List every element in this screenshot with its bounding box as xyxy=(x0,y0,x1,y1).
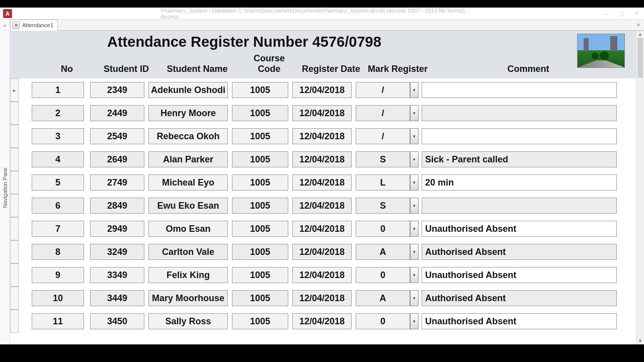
mark-dropdown-button[interactable]: ▾ xyxy=(410,174,419,191)
record-selector[interactable] xyxy=(10,310,19,333)
vertical-scrollbar[interactable]: ▲ ▼ xyxy=(636,31,644,344)
cell-register-date[interactable]: 12/04/2018 xyxy=(292,290,352,306)
cell-comment[interactable]: Authorised Absent xyxy=(422,244,617,260)
tab-attendance1[interactable]: ▦ Attendance1 xyxy=(10,20,58,31)
cell-student-id[interactable]: 3449 xyxy=(90,290,144,306)
cell-no[interactable]: 10 xyxy=(32,290,84,306)
cell-no[interactable]: 3 xyxy=(32,128,84,144)
cell-course-code[interactable]: 1005 xyxy=(232,198,288,214)
window-close-button[interactable]: ✕ xyxy=(629,10,644,17)
mark-dropdown-button[interactable]: ▾ xyxy=(410,128,419,144)
cell-student-id[interactable]: 3349 xyxy=(90,267,144,283)
cell-no[interactable]: 1 xyxy=(32,82,84,98)
cell-student-id[interactable]: 2849 xyxy=(90,198,144,214)
cell-course-code[interactable]: 1005 xyxy=(232,128,288,144)
cell-comment[interactable]: Unauthorised Absent xyxy=(422,221,617,237)
scroll-down-arrow-icon[interactable]: ▼ xyxy=(636,337,644,344)
cell-course-code[interactable]: 1005 xyxy=(232,174,288,191)
cell-course-code[interactable]: 1005 xyxy=(232,105,288,121)
navigation-shutter-button[interactable]: » xyxy=(0,20,10,31)
cell-course-code[interactable]: 1005 xyxy=(232,313,288,329)
cell-student-id[interactable]: 2949 xyxy=(90,221,144,237)
record-selector[interactable] xyxy=(10,263,19,287)
cell-mark-register[interactable]: 0 xyxy=(356,313,410,329)
cell-student-name[interactable]: Carlton Vale xyxy=(148,244,228,260)
cell-course-code[interactable]: 1005 xyxy=(232,82,288,98)
cell-comment[interactable] xyxy=(422,82,617,98)
cell-student-name[interactable]: Henry Moore xyxy=(148,105,228,121)
cell-register-date[interactable]: 12/04/2018 xyxy=(292,267,352,283)
cell-comment[interactable]: Authorised Absent xyxy=(422,290,617,306)
mark-dropdown-button[interactable]: ▾ xyxy=(410,198,419,214)
cell-student-name[interactable]: Felix King xyxy=(148,267,228,283)
cell-no[interactable]: 6 xyxy=(32,198,84,214)
record-selector[interactable] xyxy=(10,102,19,125)
cell-no[interactable]: 11 xyxy=(32,313,84,329)
cell-comment[interactable] xyxy=(422,105,617,121)
cell-student-name[interactable]: Micheal Eyo xyxy=(148,174,228,191)
cell-mark-register[interactable]: / xyxy=(356,105,410,121)
cell-comment[interactable] xyxy=(422,198,617,214)
mark-dropdown-button[interactable]: ▾ xyxy=(410,105,419,121)
cell-register-date[interactable]: 12/04/2018 xyxy=(292,313,352,329)
cell-student-id[interactable]: 2349 xyxy=(90,82,144,98)
record-selector[interactable]: ▸ xyxy=(10,78,19,102)
cell-mark-register[interactable]: A xyxy=(356,244,410,260)
record-selector[interactable] xyxy=(10,217,19,240)
cell-register-date[interactable]: 12/04/2018 xyxy=(292,198,352,214)
navigation-pane-collapsed[interactable]: Navigation Pane xyxy=(0,31,10,344)
scroll-thumb[interactable] xyxy=(637,38,643,78)
cell-course-code[interactable]: 1005 xyxy=(232,290,288,306)
cell-no[interactable]: 5 xyxy=(32,174,84,191)
record-selector[interactable] xyxy=(10,240,19,263)
window-restore-button[interactable]: ▢ xyxy=(614,10,629,17)
mark-dropdown-button[interactable]: ▾ xyxy=(410,244,419,260)
record-selector[interactable] xyxy=(10,287,19,310)
cell-comment[interactable]: Unauthorised Absent xyxy=(422,267,617,283)
cell-student-name[interactable]: Alan Parker xyxy=(148,151,228,167)
cell-student-name[interactable]: Mary Moorhouse xyxy=(148,290,228,306)
cell-mark-register[interactable]: / xyxy=(356,128,410,144)
cell-student-id[interactable]: 2749 xyxy=(90,174,144,191)
cell-student-name[interactable]: Sally Ross xyxy=(148,313,228,329)
cell-comment[interactable]: 20 min xyxy=(422,174,617,191)
cell-register-date[interactable]: 12/04/2018 xyxy=(292,82,352,98)
cell-mark-register[interactable]: 0 xyxy=(356,267,410,283)
window-minimize-button[interactable]: — xyxy=(599,10,614,17)
cell-course-code[interactable]: 1005 xyxy=(232,221,288,237)
cell-no[interactable]: 2 xyxy=(32,105,84,121)
record-selector[interactable] xyxy=(10,194,19,217)
cell-no[interactable]: 8 xyxy=(32,244,84,260)
cell-student-name[interactable]: Ewu Eko Esan xyxy=(148,198,228,214)
cell-mark-register[interactable]: L xyxy=(356,174,410,191)
cell-student-id[interactable]: 2449 xyxy=(90,105,144,121)
cell-mark-register[interactable]: S xyxy=(356,198,410,214)
tab-close-button[interactable]: × xyxy=(633,20,644,30)
mark-dropdown-button[interactable]: ▾ xyxy=(410,221,419,237)
cell-student-name[interactable]: Omo Esan xyxy=(148,221,228,237)
cell-course-code[interactable]: 1005 xyxy=(232,267,288,283)
scroll-up-arrow-icon[interactable]: ▲ xyxy=(636,31,644,38)
cell-register-date[interactable]: 12/04/2018 xyxy=(292,128,352,144)
record-selector[interactable] xyxy=(10,171,19,194)
record-selector[interactable] xyxy=(10,148,19,171)
cell-mark-register[interactable]: / xyxy=(356,82,410,98)
cell-register-date[interactable]: 12/04/2018 xyxy=(292,105,352,121)
mark-dropdown-button[interactable]: ▾ xyxy=(410,151,419,167)
cell-no[interactable]: 4 xyxy=(32,151,84,167)
cell-student-id[interactable]: 3249 xyxy=(90,244,144,260)
cell-student-name[interactable]: Adekunle Oshodi xyxy=(148,82,228,98)
cell-student-id[interactable]: 2649 xyxy=(90,151,144,167)
cell-mark-register[interactable]: S xyxy=(356,151,410,167)
cell-register-date[interactable]: 12/04/2018 xyxy=(292,244,352,260)
cell-register-date[interactable]: 12/04/2018 xyxy=(292,221,352,237)
cell-register-date[interactable]: 12/04/2018 xyxy=(292,151,352,167)
mark-dropdown-button[interactable]: ▾ xyxy=(410,290,419,306)
record-selector[interactable] xyxy=(10,125,19,148)
cell-no[interactable]: 7 xyxy=(32,221,84,237)
cell-comment[interactable]: Sick - Parent called xyxy=(422,151,617,167)
cell-student-id[interactable]: 2549 xyxy=(90,128,144,144)
cell-mark-register[interactable]: 0 xyxy=(356,221,410,237)
cell-mark-register[interactable]: A xyxy=(356,290,410,306)
cell-comment[interactable]: Unauthorised Absent xyxy=(422,313,617,329)
